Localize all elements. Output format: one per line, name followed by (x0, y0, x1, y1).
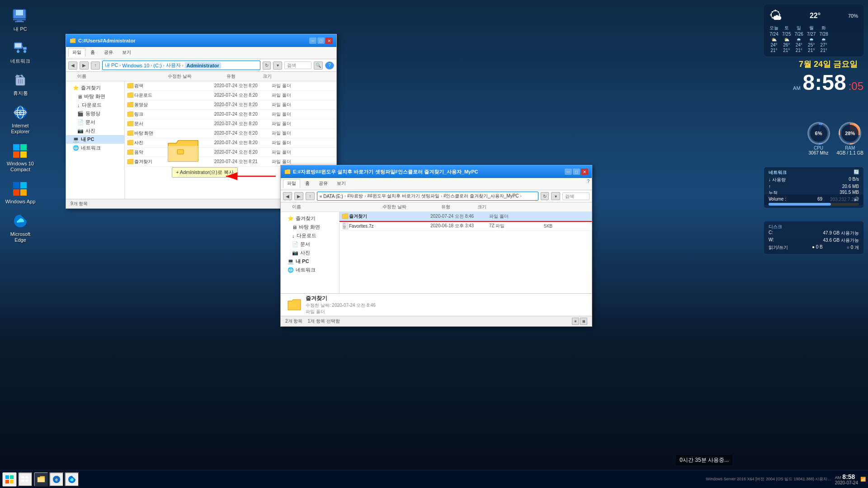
network-refresh-icon[interactable]: 🔄 (854, 169, 859, 176)
refresh-btn-1[interactable]: ↻ (263, 61, 271, 70)
preview-type: 파일 폴더 (306, 309, 585, 315)
close-btn-1[interactable]: ✕ (326, 38, 333, 44)
path-win10[interactable]: Windows 10 (122, 63, 149, 68)
maximize-btn-1[interactable]: □ (317, 38, 325, 44)
path-mypc[interactable]: 내 PC (105, 62, 118, 69)
nav-download-2[interactable]: ↓ 다운로드 (281, 231, 339, 240)
file-row-7z[interactable]: 7Z Favorites.7z 2020-06-18 오후 3:43 7Z 파일… (340, 221, 592, 231)
tab-home-1[interactable]: 홈 (86, 48, 99, 57)
search-input-1[interactable] (284, 61, 311, 69)
nav-mypc-2[interactable]: 💻 내 PC (281, 257, 339, 266)
start-button[interactable] (2, 472, 17, 487)
file-row[interactable]: 바탕 화면 2020-07-24 오전 8:20 파일 폴더 (125, 129, 336, 138)
desktop-icon-ie-label: Internet Explorer (5, 123, 36, 135)
refresh-btn-2[interactable]: ↻ (541, 192, 549, 200)
close-btn-2[interactable]: ✕ (581, 169, 588, 175)
file-row[interactable]: 동영상 2020-07-24 오전 8:20 파일 폴더 (125, 100, 336, 110)
nav-mypc-1[interactable]: 💻 내 PC (66, 135, 124, 144)
nav-photo-2[interactable]: 📷 사진 (281, 249, 339, 257)
back-btn-2[interactable]: ◀ (283, 192, 292, 200)
desktop-icon-win10compact[interactable]: Windows 10 Compact (2, 139, 38, 175)
tab-home-2[interactable]: 홈 (301, 179, 314, 188)
details-view-btn[interactable]: ⊞ (580, 318, 587, 325)
weather-day-mon: 월 7/27 🌧 25° 21° (807, 25, 816, 53)
nav-desktop-2[interactable]: 🖥 바탕 화면 (281, 223, 339, 231)
forward-btn-1[interactable]: ▶ (80, 61, 89, 70)
file-row-favorites-selected[interactable]: 즐겨찾기 2020-07-24 오전 8:46 파일 폴더 (340, 212, 592, 221)
path-setting[interactable]: ##윈도우 설치후 바로가기 셋팅파일 (367, 193, 439, 199)
star-icon-2: ⭐ (288, 216, 294, 221)
titlebar-2[interactable]: E:#자료방##윈도우 설치후 바로가기 셋팅파일#인스클로러 즐겨찾기_사용자… (281, 165, 592, 178)
up-btn-2[interactable]: ↑ (306, 192, 315, 200)
tab-help-2[interactable]: ? (587, 179, 590, 188)
nav-photo-1[interactable]: 📷 사진 (66, 127, 124, 135)
taskview-btn[interactable] (18, 472, 33, 487)
tray-network-icon[interactable]: 📶 (860, 477, 866, 482)
video-icon: 🎬 (77, 111, 84, 117)
file-row[interactable]: 문서 2020-07-24 오전 8:20 파일 폴더 (125, 119, 336, 129)
taskbar-ie-btn[interactable]: e (49, 472, 64, 487)
desktop-icon-network[interactable]: 네트워크 (2, 37, 38, 66)
file-row[interactable]: 링크 2020-07-24 오전 8:20 파일 폴더 (125, 110, 336, 119)
path-c[interactable]: (C:) (153, 63, 161, 68)
file-row[interactable]: 다운로드 2020-07-24 오전 8:20 파일 폴더 (125, 91, 336, 100)
preview-folder-icon (288, 298, 301, 312)
tab-file-2[interactable]: 파일 (283, 179, 300, 188)
path-dataroom[interactable]: #자료방 (347, 193, 363, 199)
nav-download-1[interactable]: ↓ 다운로드 (66, 101, 124, 109)
winapp-icon (11, 179, 29, 197)
desktop-icon-winapp[interactable]: Windows App (2, 177, 38, 207)
preview-pane-2: 즐겨찾기 수정한 날짜: 2020-07-24 오전 8:46 파일 폴더 (281, 293, 592, 316)
tab-share-1[interactable]: 공유 (100, 48, 117, 57)
nav-favorites-1[interactable]: ⭐ 즐겨찾기 (66, 84, 124, 92)
tab-file-1[interactable]: 파일 (68, 48, 85, 57)
path-users[interactable]: 사용자 (166, 62, 181, 69)
path-admin[interactable]: Administrator (185, 62, 221, 69)
path-data-e[interactable]: « DATA (E:) (320, 194, 343, 199)
address-path-2[interactable]: « DATA (E:) › #자료방 › ##윈도우 설치후 바로가기 셋팅파일… (317, 192, 538, 201)
minimize-btn-1[interactable]: ─ (309, 38, 316, 44)
expand-btn-2[interactable]: ▾ (551, 192, 560, 200)
search-btn-1[interactable]: 🔍 (314, 61, 323, 70)
search-input-2[interactable] (562, 192, 590, 200)
edge-icon (11, 212, 29, 230)
nav-doc-2[interactable]: 📄 문서 (281, 240, 339, 249)
tab-view-2[interactable]: 보기 (333, 179, 350, 188)
volume-icon[interactable]: 🔊 (854, 197, 859, 202)
tab-share-2[interactable]: 공유 (315, 179, 332, 188)
maximize-btn-2[interactable]: □ (573, 169, 580, 175)
back-btn-1[interactable]: ◀ (68, 61, 77, 70)
win10compact-icon (11, 141, 29, 160)
desktop-icon-my-pc[interactable]: 내 PC (2, 5, 38, 34)
address-path-1[interactable]: 내 PC › Windows 10 › (C:) › 사용자 › Adminis… (102, 61, 260, 70)
expand-btn-1[interactable]: ▾ (273, 61, 282, 70)
list-view-btn[interactable]: ≡ (572, 318, 579, 325)
nav-doc-1[interactable]: 📄 문서 (66, 118, 124, 127)
col-type-2: 유형 (441, 204, 477, 210)
desktop-icon-edge[interactable]: Microsoft Edge (2, 210, 38, 245)
preview-name: 즐겨찾기 (306, 295, 585, 302)
file-row[interactable]: 사진 2020-07-24 오전 8:20 파일 폴더 (125, 138, 336, 148)
taskbar-edge-btn[interactable] (65, 472, 79, 487)
titlebar-1[interactable]: C:#Users#Administrator ─ □ ✕ (66, 34, 336, 47)
nav-desktop-1[interactable]: 🖥 바탕 화면 (66, 92, 124, 101)
help-btn-1[interactable]: ? (325, 61, 334, 70)
nav-favorites-2[interactable]: ⭐ 즐겨찾기 (281, 214, 339, 223)
forward-btn-2[interactable]: ▶ (294, 192, 303, 200)
nav-network-1[interactable]: 🌐 네트워크 (66, 144, 124, 152)
desktop-icon-recycle[interactable]: 휴지통 (2, 69, 38, 99)
up-btn-1[interactable]: ↑ (91, 61, 100, 70)
tab-view-1[interactable]: 보기 (118, 48, 135, 57)
desktop-icon-ie[interactable]: e Internet Explorer (2, 101, 38, 137)
nav-video-1[interactable]: 🎬 동영상 (66, 109, 124, 118)
desktop-icon-nav-2: 🖥 (292, 225, 297, 230)
nav-network-2[interactable]: 🌐 네트워크 (281, 266, 339, 274)
taskbar-clock[interactable]: AM 8:58 2020-07-24 (835, 473, 858, 485)
path-favorites[interactable]: #인스클로러 즐겨찾기_사용자_MyPC (443, 193, 519, 199)
ribbon-tabs-1: 파일 홈 공유 보기 (68, 48, 334, 57)
file-row[interactable]: 음악 2020-07-24 오전 8:20 파일 폴더 (125, 148, 336, 157)
minimize-btn-2[interactable]: ─ (565, 169, 572, 175)
taskbar-explorer-btn[interactable] (34, 472, 48, 487)
photo-icon: 📷 (77, 128, 84, 134)
file-row[interactable]: 검색 2020-07-24 오전 8:20 파일 폴더 (125, 81, 336, 91)
